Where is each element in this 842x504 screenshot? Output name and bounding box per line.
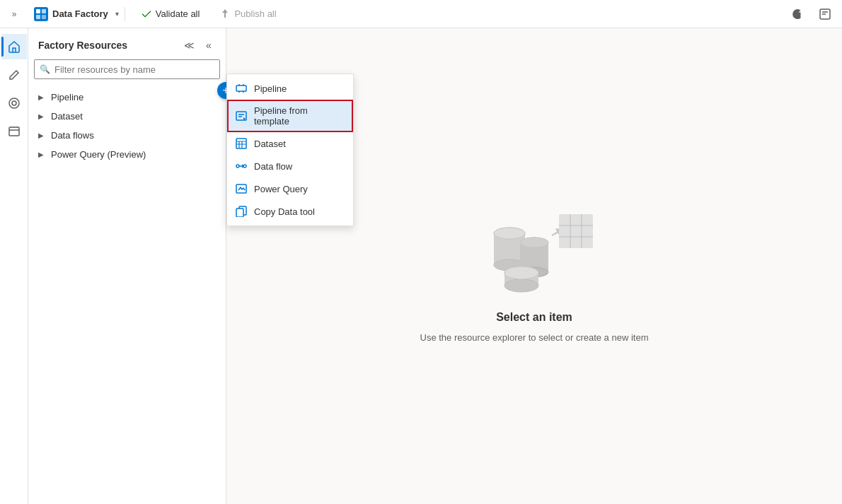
- menu-item-dataflow-label: Data flow: [254, 161, 292, 172]
- nav-manage-icon[interactable]: [1, 119, 27, 144]
- empty-state-subtitle: Use the resource explorer to select or c…: [420, 332, 649, 343]
- menu-item-powerquery[interactable]: Power Query: [227, 177, 353, 200]
- tree-item-dataset-label: Dataset: [51, 111, 83, 122]
- svg-rect-15: [236, 209, 243, 217]
- collapse-all-button[interactable]: ≪: [180, 37, 197, 54]
- svg-point-19: [494, 228, 525, 239]
- menu-item-template-label: Pipeline from template: [254, 105, 345, 127]
- sidebar: Factory Resources ≪ « 🔍 + ▶ Pipeline ▶ D…: [28, 28, 226, 504]
- add-resource-menu: Pipeline Pipeline from template: [226, 74, 354, 226]
- validate-all-button[interactable]: Validate all: [137, 6, 204, 23]
- menu-item-pipeline-label: Pipeline: [254, 83, 287, 94]
- menu-item-dataset[interactable]: Dataset: [227, 132, 353, 155]
- chevron-right-icon: ▶: [38, 112, 47, 120]
- app-name: Data Factory: [52, 8, 108, 19]
- tree-item-dataflows-label: Data flows: [51, 130, 94, 141]
- sidebar-tree: ▶ Pipeline ▶ Dataset ▶ Data flows ▶ Powe…: [28, 85, 226, 167]
- tree-item-dataset[interactable]: ▶ Dataset: [28, 107, 226, 126]
- chevron-right-icon: ▶: [38, 131, 47, 139]
- top-bar: » Data Factory ▾ Validate all Publish al…: [0, 0, 842, 28]
- nav-home-icon[interactable]: [1, 34, 27, 59]
- svg-point-6: [12, 101, 16, 105]
- notifications-button[interactable]: [814, 3, 836, 25]
- empty-state: Select an item Use the resource explorer…: [420, 189, 649, 343]
- svg-rect-2: [36, 15, 40, 19]
- svg-rect-28: [559, 214, 593, 248]
- tree-item-dataflows[interactable]: ▶ Data flows: [28, 126, 226, 145]
- app-chevron-icon[interactable]: ▾: [115, 10, 119, 18]
- app-logo-icon: [34, 7, 48, 21]
- top-bar-actions: Validate all Publish all: [137, 6, 281, 23]
- empty-state-illustration: [471, 189, 598, 303]
- app-logo: Data Factory ▾: [28, 7, 125, 21]
- expand-button[interactable]: »: [6, 6, 23, 23]
- svg-point-11: [236, 165, 239, 168]
- svg-rect-3: [42, 15, 46, 19]
- powerquery-icon: [236, 183, 247, 194]
- svg-rect-10: [236, 139, 246, 148]
- svg-point-23: [520, 238, 548, 247]
- nav-monitor-icon[interactable]: [1, 90, 27, 116]
- svg-point-26: [504, 279, 538, 292]
- menu-item-dataset-label: Dataset: [254, 139, 286, 149]
- svg-rect-1: [42, 9, 46, 13]
- dataflow-icon: [236, 160, 247, 172]
- dataset-icon: [236, 138, 247, 149]
- main-layout: Factory Resources ≪ « 🔍 + ▶ Pipeline ▶ D…: [0, 28, 842, 504]
- svg-point-27: [504, 266, 538, 279]
- sidebar-header-actions: ≪ «: [180, 37, 217, 54]
- template-icon: [236, 110, 247, 122]
- sidebar-close-button[interactable]: «: [200, 37, 217, 54]
- pipeline-icon: [236, 83, 247, 94]
- sidebar-search: 🔍: [34, 59, 220, 79]
- svg-rect-8: [236, 86, 246, 91]
- top-bar-right: [785, 3, 836, 25]
- search-input[interactable]: [34, 59, 220, 79]
- menu-item-pipeline-from-template[interactable]: Pipeline from template: [227, 100, 353, 132]
- tree-item-powerquery-label: Power Query (Preview): [51, 149, 146, 160]
- svg-rect-7: [9, 127, 19, 136]
- copy-icon: [236, 206, 247, 217]
- tree-item-powerquery[interactable]: ▶ Power Query (Preview): [28, 145, 226, 164]
- menu-item-dataflow[interactable]: Data flow: [227, 155, 353, 177]
- chevron-right-icon: ▶: [38, 151, 47, 158]
- menu-item-pipeline[interactable]: Pipeline: [227, 77, 353, 100]
- tree-item-pipeline[interactable]: ▶ Pipeline: [28, 88, 226, 107]
- tree-item-pipeline-label: Pipeline: [51, 92, 83, 102]
- chevron-right-icon: ▶: [38, 93, 47, 101]
- svg-point-5: [9, 98, 19, 108]
- empty-state-title: Select an item: [496, 311, 572, 324]
- sidebar-header: Factory Resources ≪ «: [28, 28, 226, 59]
- svg-rect-0: [36, 9, 40, 13]
- search-icon: 🔍: [40, 64, 50, 74]
- nav-edit-icon[interactable]: [1, 62, 27, 88]
- menu-item-powerquery-label: Power Query: [254, 184, 308, 194]
- menu-item-copy-data-tool[interactable]: Copy Data tool: [227, 200, 353, 223]
- refresh-button[interactable]: [785, 3, 808, 25]
- publish-all-button[interactable]: Publish all: [215, 6, 280, 23]
- sidebar-title: Factory Resources: [38, 40, 127, 51]
- menu-item-copy-data-tool-label: Copy Data tool: [254, 206, 315, 217]
- left-nav: [0, 28, 28, 504]
